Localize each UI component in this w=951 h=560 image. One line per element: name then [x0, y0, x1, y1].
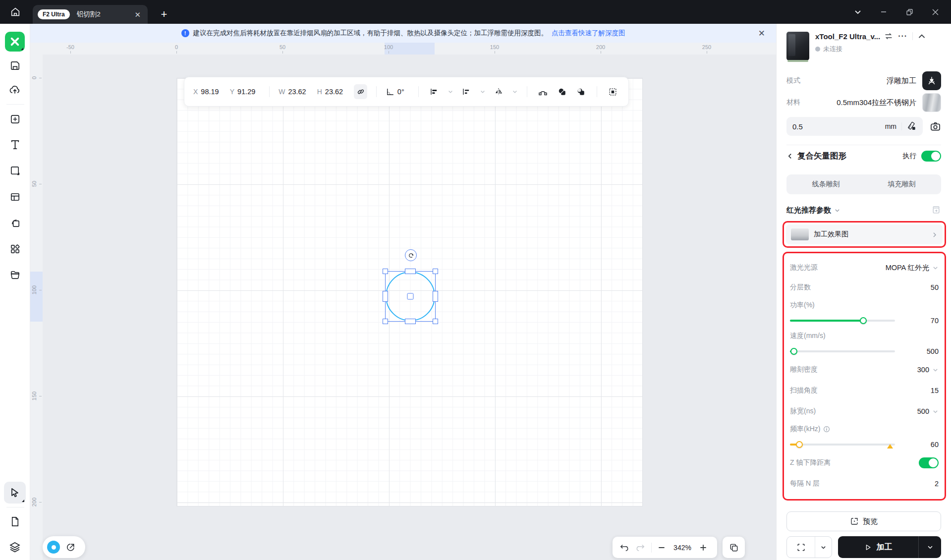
- tab-close-icon[interactable]: ✕: [132, 10, 143, 19]
- rotation-field[interactable]: 0°: [386, 87, 404, 96]
- save-button[interactable]: [4, 55, 26, 76]
- preset-label[interactable]: 红光推荐参数: [786, 206, 831, 215]
- cloud-sync-button[interactable]: [4, 79, 26, 101]
- window-menu-chevron[interactable]: [848, 2, 868, 22]
- lock-ratio-button[interactable]: [354, 84, 367, 99]
- rotate-handle[interactable]: [405, 249, 417, 261]
- page-button[interactable]: [4, 510, 26, 532]
- resize-handle-sw[interactable]: [383, 319, 388, 324]
- distribute-button[interactable]: [459, 84, 473, 99]
- minimize-button[interactable]: [874, 2, 894, 22]
- insert-button[interactable]: [4, 108, 26, 130]
- rotate-icon: [408, 252, 414, 259]
- duplicate-tool-button[interactable]: [4, 212, 26, 233]
- frame-tool-button[interactable]: [4, 186, 26, 208]
- frame-icon[interactable]: [787, 537, 815, 558]
- flip-button[interactable]: [492, 84, 505, 99]
- laser-source-row[interactable]: 激光光源 MOPA 红外光: [789, 258, 940, 277]
- document-tab[interactable]: F2 Ultra 铝切割2 ✕: [33, 5, 148, 24]
- collapse-panel-button[interactable]: [918, 32, 926, 40]
- edit-nodes-button[interactable]: [536, 84, 550, 99]
- speed-slider[interactable]: [790, 350, 895, 352]
- xtool-logo-button[interactable]: [4, 31, 26, 53]
- duplicate-canvas-button[interactable]: [723, 537, 745, 558]
- density-row[interactable]: 雕刻密度 300: [789, 359, 940, 380]
- preview-button[interactable]: 预览: [786, 511, 941, 531]
- mode-row[interactable]: 模式 浮雕加工: [786, 71, 941, 90]
- home-button[interactable]: [0, 0, 30, 24]
- frame-check-button[interactable]: [786, 536, 832, 558]
- align-chevron[interactable]: [448, 89, 453, 95]
- start-dropdown-chevron[interactable]: [918, 536, 941, 558]
- x-field[interactable]: X98.19: [193, 88, 219, 96]
- center-anchor[interactable]: [407, 293, 414, 300]
- banner-link[interactable]: 点击查看快速了解深度图: [552, 29, 625, 38]
- zoom-out-button[interactable]: [658, 544, 666, 552]
- zoom-in-button[interactable]: [699, 544, 707, 552]
- align-button[interactable]: [428, 84, 441, 99]
- undo-button[interactable]: [619, 543, 629, 553]
- tab-line-engrave[interactable]: 线条雕刻: [788, 176, 864, 193]
- selection-box[interactable]: [385, 271, 436, 322]
- apps-button[interactable]: [4, 238, 26, 260]
- power-slider[interactable]: [790, 320, 895, 322]
- layers-button[interactable]: [4, 536, 26, 558]
- more-options-button[interactable]: ···: [898, 32, 907, 41]
- redo-button[interactable]: [635, 543, 645, 553]
- pulse-width-row[interactable]: 脉宽(ns) 500: [789, 401, 940, 422]
- files-button[interactable]: [4, 264, 26, 285]
- thickness-input[interactable]: 0.5 mm A: [786, 117, 923, 136]
- flip-chevron[interactable]: [512, 89, 518, 95]
- resize-handle-se[interactable]: [433, 319, 438, 324]
- close-button[interactable]: [925, 2, 945, 22]
- save-preset-button[interactable]: [931, 205, 941, 215]
- zoom-level[interactable]: 342%: [671, 544, 693, 552]
- auto-measure-button[interactable]: A: [907, 121, 917, 131]
- connection-status-dot: [815, 47, 820, 52]
- text-tool-button[interactable]: [4, 133, 26, 155]
- locate-dot-button[interactable]: [47, 541, 60, 554]
- canvas-area[interactable]: -50 0 50 100 150 200 250 0 50 100 150 20…: [30, 43, 776, 560]
- resize-handle-e[interactable]: [433, 291, 438, 302]
- distribute-chevron[interactable]: [480, 89, 486, 95]
- material-swatch[interactable]: [922, 93, 941, 112]
- node-edit-icon: [538, 87, 548, 97]
- trace-select-button[interactable]: [606, 84, 619, 99]
- right-panel: xTool_F2 Ultra_v... ··· 未连接: [776, 24, 951, 560]
- restore-button[interactable]: [899, 2, 919, 22]
- material-row[interactable]: 材料 0.5mm304拉丝不锈钢片: [786, 93, 941, 112]
- width-field[interactable]: W23.62: [279, 88, 306, 96]
- y-field[interactable]: Y91.29: [230, 88, 256, 96]
- resize-handle-ne[interactable]: [433, 269, 438, 274]
- weld-button[interactable]: [556, 84, 569, 99]
- frame-dropdown-chevron[interactable]: [815, 537, 832, 558]
- camera-button[interactable]: [930, 121, 941, 132]
- preset-chevron[interactable]: [834, 207, 840, 214]
- resize-handle-s[interactable]: [405, 319, 416, 324]
- z-drop-toggle[interactable]: [919, 457, 939, 468]
- every-n-layers-row[interactable]: 每隔 N 层 2: [789, 473, 940, 494]
- switch-device-button[interactable]: [884, 32, 893, 41]
- tab-fill-engrave[interactable]: 填充雕刻: [864, 176, 940, 193]
- layer-count-row[interactable]: 分层数 50: [789, 277, 940, 298]
- shape-tool-button[interactable]: [4, 160, 26, 181]
- ruler-label: 250: [702, 44, 711, 50]
- height-field[interactable]: H23.62: [317, 88, 343, 96]
- new-tab-button[interactable]: +: [155, 5, 173, 24]
- effect-preview-row[interactable]: 加工效果图: [786, 224, 943, 244]
- start-job-button[interactable]: 加工: [838, 536, 941, 558]
- banner-close-icon[interactable]: ✕: [758, 29, 765, 38]
- relief-mode-icon[interactable]: [922, 71, 941, 90]
- select-tool-button[interactable]: [4, 482, 26, 504]
- scan-angle-row[interactable]: 扫描角度 15: [789, 380, 940, 401]
- jump-to-machine-button[interactable]: [66, 542, 76, 552]
- thickness-value: 0.5: [792, 122, 803, 131]
- frequency-slider[interactable]: [790, 444, 895, 446]
- tab-title: 铝切割2: [77, 10, 101, 19]
- resize-handle-n[interactable]: [405, 269, 416, 274]
- back-chevron[interactable]: [786, 153, 793, 160]
- resize-handle-nw[interactable]: [383, 269, 388, 274]
- resize-handle-w[interactable]: [383, 291, 388, 302]
- execute-toggle[interactable]: [921, 151, 941, 162]
- subtract-button[interactable]: [575, 84, 588, 99]
